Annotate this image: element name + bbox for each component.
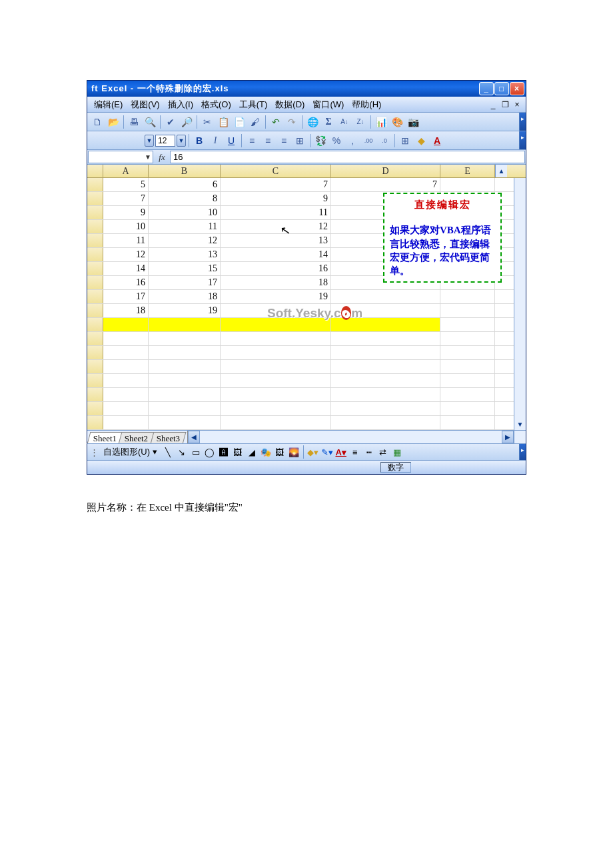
- align-center-icon[interactable]: ≡: [261, 133, 275, 148]
- col-header-a[interactable]: A: [103, 165, 149, 177]
- chart-icon[interactable]: 📊: [374, 115, 388, 129]
- row-header[interactable]: [87, 206, 103, 219]
- clipart-icon[interactable]: 🎭: [260, 446, 272, 458]
- toolbar-overflow[interactable]: [519, 113, 526, 131]
- font-color-icon[interactable]: A: [430, 133, 444, 148]
- cell[interactable]: [149, 318, 221, 331]
- cell[interactable]: 17: [149, 276, 221, 289]
- doc-close-button[interactable]: ×: [512, 100, 522, 109]
- cell[interactable]: [440, 416, 495, 429]
- insert-pic-icon[interactable]: 🌄: [288, 446, 300, 458]
- arrow-icon[interactable]: ↘: [176, 446, 188, 458]
- maximize-button[interactable]: □: [494, 82, 509, 95]
- minimize-button[interactable]: _: [479, 82, 494, 95]
- cell[interactable]: 9: [103, 206, 149, 219]
- row-header[interactable]: [87, 332, 103, 345]
- row-header[interactable]: [87, 318, 103, 331]
- cell[interactable]: [331, 374, 440, 387]
- row-header[interactable]: [87, 248, 103, 261]
- cell[interactable]: [103, 402, 149, 415]
- cell[interactable]: [221, 416, 331, 429]
- menu-edit[interactable]: 编辑(E): [90, 97, 127, 112]
- scroll-down-button[interactable]: ▼: [514, 418, 526, 430]
- cell[interactable]: 11: [149, 220, 221, 233]
- cell[interactable]: [221, 388, 331, 401]
- name-box-dropdown-icon[interactable]: ▼: [145, 153, 151, 161]
- hscroll-right-button[interactable]: ▶: [502, 431, 514, 443]
- cell[interactable]: [331, 402, 440, 415]
- toolbar-overflow-3[interactable]: [519, 444, 526, 460]
- horizontal-scrollbar[interactable]: ◀ ▶: [187, 431, 514, 443]
- cell[interactable]: 5: [103, 178, 149, 191]
- oval-icon[interactable]: ◯: [204, 446, 216, 458]
- cell[interactable]: [103, 416, 149, 429]
- currency-icon[interactable]: 💱: [313, 133, 328, 148]
- sheet-tab-3[interactable]: Sheet3: [150, 432, 186, 444]
- italic-icon[interactable]: I: [208, 133, 223, 148]
- research-icon[interactable]: 🔎: [179, 115, 194, 129]
- cell[interactable]: [103, 388, 149, 401]
- sheet-tab-1[interactable]: Sheet1: [87, 432, 123, 444]
- col-header-d[interactable]: D: [331, 165, 440, 177]
- cell[interactable]: [221, 374, 331, 387]
- scroll-up-button[interactable]: ▲: [495, 165, 507, 177]
- cell[interactable]: 7: [221, 178, 331, 191]
- font-size-field[interactable]: 12: [155, 135, 175, 147]
- preview-icon[interactable]: 🔍: [143, 115, 157, 129]
- cell[interactable]: [221, 402, 331, 415]
- autoshapes-menu[interactable]: 自选图形(U) ▾: [101, 446, 160, 458]
- align-left-icon[interactable]: ≡: [245, 133, 259, 148]
- row-header[interactable]: [87, 192, 103, 205]
- menu-window[interactable]: 窗口(W): [308, 97, 348, 112]
- cell[interactable]: [149, 332, 221, 345]
- cell[interactable]: [149, 402, 221, 415]
- rectangle-icon[interactable]: ▭: [190, 446, 202, 458]
- row-header[interactable]: [87, 262, 103, 275]
- cell[interactable]: 7: [331, 178, 440, 191]
- row-header[interactable]: [87, 276, 103, 289]
- cell[interactable]: 9: [221, 192, 331, 205]
- cell[interactable]: 7: [103, 192, 149, 205]
- cell[interactable]: [440, 360, 495, 373]
- hscroll-left-button[interactable]: ◀: [188, 431, 200, 443]
- row-header[interactable]: [87, 178, 103, 191]
- cell[interactable]: [103, 360, 149, 373]
- cell[interactable]: 10: [103, 220, 149, 233]
- menu-tools[interactable]: 工具(T): [235, 97, 272, 112]
- font-size-dropdown[interactable]: ▼: [177, 135, 186, 147]
- cell[interactable]: 6: [149, 178, 221, 191]
- print-icon[interactable]: 🖶: [127, 115, 141, 129]
- cell[interactable]: [331, 346, 440, 359]
- drawing-icon[interactable]: 🎨: [390, 115, 404, 129]
- cell[interactable]: [221, 346, 331, 359]
- cell[interactable]: 18: [149, 290, 221, 303]
- row-header[interactable]: [87, 360, 103, 373]
- menu-help[interactable]: 帮助(H): [348, 97, 385, 112]
- cell[interactable]: [440, 178, 495, 191]
- cell[interactable]: 10: [149, 206, 221, 219]
- font-color-icon-2[interactable]: A▾: [335, 446, 347, 458]
- cell[interactable]: [440, 388, 495, 401]
- cell[interactable]: [331, 360, 440, 373]
- increase-decimal-icon[interactable]: .00: [361, 133, 376, 148]
- cell[interactable]: 19: [221, 290, 331, 303]
- camera-icon[interactable]: 📷: [406, 115, 420, 129]
- cell[interactable]: [440, 304, 495, 317]
- cell[interactable]: [103, 346, 149, 359]
- font-dropdown[interactable]: ▼: [145, 135, 154, 147]
- borders-icon[interactable]: ⊞: [398, 133, 412, 148]
- cell[interactable]: [440, 290, 495, 303]
- resize-grip[interactable]: [514, 431, 526, 443]
- cell[interactable]: 15: [149, 262, 221, 275]
- cell[interactable]: 12: [149, 234, 221, 247]
- cell[interactable]: 18: [221, 276, 331, 289]
- cell[interactable]: [149, 360, 221, 373]
- cell[interactable]: 14: [103, 262, 149, 275]
- cell[interactable]: [440, 402, 495, 415]
- cell[interactable]: [149, 388, 221, 401]
- fill-color-icon[interactable]: ◆: [414, 133, 428, 148]
- undo-icon[interactable]: ↶: [269, 115, 283, 129]
- row-header[interactable]: [87, 346, 103, 359]
- cell[interactable]: 8: [149, 192, 221, 205]
- row-header[interactable]: [87, 290, 103, 303]
